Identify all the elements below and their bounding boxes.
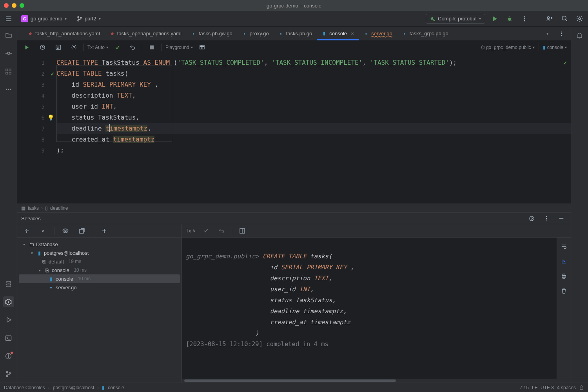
run-config-selector[interactable]: Compile protobuf ▾ [426, 14, 485, 24]
playground-selector[interactable]: Playground▾ [165, 45, 193, 50]
main-menu-icon[interactable] [3, 13, 14, 24]
tree-node-console-session[interactable]: ▾⎘console 10 ms [19, 266, 180, 274]
structure-tool-icon[interactable] [3, 66, 14, 77]
svg-point-37 [546, 216, 547, 217]
commit-tool-icon[interactable] [3, 48, 14, 59]
code-area[interactable]: CREATE TYPE TaskStatus AS ENUM ('TASK_ST… [56, 54, 571, 203]
svg-point-16 [6, 89, 7, 90]
encoding[interactable]: UTF-8 [541, 385, 554, 390]
tab-server-go[interactable]: ▪server.go [359, 27, 397, 40]
run-config-label: Compile protobuf [438, 16, 477, 22]
show-icon[interactable] [60, 225, 71, 236]
svg-rect-12 [6, 69, 8, 71]
problems-tool-icon[interactable] [3, 350, 14, 361]
output-layout-icon[interactable] [237, 225, 248, 236]
more-actions-icon[interactable] [519, 13, 530, 24]
tab-tasks-openapi-options[interactable]: ◆tasks_openapi_options.yaml [105, 27, 186, 40]
project-tool-icon[interactable] [3, 30, 14, 41]
indent[interactable]: 4 spaces [557, 385, 576, 390]
tree-node-postgres[interactable]: ▾▮postgres@localhost [19, 249, 180, 257]
hide-panel-icon[interactable] [556, 213, 567, 224]
search-icon[interactable] [559, 13, 570, 24]
scroll-to-end-icon[interactable] [559, 256, 570, 267]
vcs-tool-icon[interactable] [3, 368, 14, 379]
run-button[interactable] [489, 13, 500, 24]
tree-node-database[interactable]: ▾🗀Database [19, 240, 180, 249]
branch-selector[interactable]: part2 ▾ [74, 14, 104, 23]
tree-node-console[interactable]: ▮console 10 ms [19, 274, 180, 283]
output-scrollbar[interactable] [182, 379, 571, 383]
notifications-icon[interactable] [574, 30, 585, 41]
services-tool-icon[interactable] [3, 296, 14, 307]
commit-icon[interactable] [112, 42, 123, 53]
intention-bulb-icon[interactable]: 💡 [47, 114, 54, 121]
services-more-icon[interactable] [541, 213, 552, 224]
folder-icon: 🗀 [28, 241, 34, 247]
project-selector[interactable]: G go-grpc-demo ▾ [18, 14, 70, 24]
open-new-tab-icon[interactable] [76, 225, 87, 236]
debug-button[interactable] [504, 13, 515, 24]
output-rollback-icon[interactable] [216, 225, 227, 236]
terminal-tool-icon[interactable] [3, 332, 14, 343]
minimize-window[interactable] [12, 3, 16, 8]
output-commit-icon[interactable] [200, 225, 211, 236]
tab-tasks-pb-go[interactable]: ▪tasks.pb.go [274, 27, 317, 40]
console-selector[interactable]: ▮console▾ [543, 45, 567, 50]
close-result-icon[interactable]: × [38, 225, 49, 236]
tabs-more-icon[interactable] [556, 28, 567, 39]
tab-console[interactable]: ▮console× [317, 27, 359, 40]
status-crumb-3[interactable]: console [108, 385, 124, 390]
soft-wrap-icon[interactable] [559, 241, 570, 252]
run-line-check-icon[interactable]: ✔ [51, 71, 54, 77]
expand-icon[interactable] [21, 225, 32, 236]
configure-icon[interactable] [68, 42, 79, 53]
explain-plan-icon[interactable] [53, 42, 64, 53]
db-console-icon: ▮ [48, 276, 54, 282]
maximize-window[interactable] [20, 3, 24, 8]
db-console-icon: ▮ [321, 31, 327, 36]
tree-node-server-go[interactable]: ▪server.go [19, 283, 180, 292]
tab-tasks-pb-gw-go[interactable]: ▪tasks.pb.gw.go [186, 27, 237, 40]
code-with-me-icon[interactable] [544, 13, 555, 24]
crumb-column[interactable]: deadline [50, 205, 68, 211]
run-tool-icon[interactable] [3, 314, 14, 325]
output-toolbar: Tx↯ [182, 224, 571, 238]
sql-editor[interactable]: 1 2✔ 3 4 5 6💡 7 8 9 CREATE TYPE TaskStat… [17, 54, 571, 203]
tab-proxy-go[interactable]: ▪proxy.go [237, 27, 274, 40]
execute-sql-button[interactable] [21, 42, 32, 53]
cursor-position[interactable]: 7:15 [520, 385, 529, 390]
close-window[interactable] [4, 3, 9, 8]
add-icon[interactable] [99, 225, 110, 236]
rollback-icon[interactable] [127, 42, 138, 53]
status-crumb-2[interactable]: postgres@localhost [53, 385, 94, 390]
line-separator[interactable]: LF [532, 385, 537, 390]
tab-tasks-http-annotations[interactable]: ◆tasks_http_annotations.yaml [23, 27, 105, 40]
output-tx-icon[interactable]: Tx↯ [186, 228, 196, 234]
services-header: Services [17, 212, 571, 224]
services-target-icon[interactable] [526, 213, 537, 224]
execute-history-icon[interactable] [37, 42, 48, 53]
sql-output[interactable]: go_grpc_demo.public> CREATE TABLE tasks(… [182, 238, 557, 379]
print-icon[interactable] [559, 270, 570, 281]
tabs-dropdown-icon[interactable]: ▾ [542, 28, 553, 39]
close-tab-icon[interactable]: × [351, 31, 354, 37]
schema-selector[interactable]: ⌬go_grpc_demo.public▾ [481, 45, 535, 50]
crumb-table[interactable]: tasks [28, 205, 39, 211]
svg-point-6 [524, 20, 525, 21]
db-icon: ▮ [36, 250, 42, 256]
settings-icon[interactable] [574, 13, 585, 24]
svg-rect-33 [150, 45, 154, 49]
inspection-ok-icon[interactable]: ✔ [564, 57, 567, 68]
view-mode-icon[interactable] [197, 42, 208, 53]
tx-mode-selector[interactable]: Tx: Auto▾ [87, 45, 108, 50]
tree-node-default[interactable]: ⎘default 19 ms [19, 257, 180, 266]
clear-output-icon[interactable] [559, 285, 570, 296]
stop-icon[interactable] [146, 42, 157, 53]
more-tools-icon[interactable] [3, 84, 14, 95]
status-crumb-1[interactable]: Database Consoles [4, 385, 45, 390]
tab-tasks-grpc-pb-go[interactable]: ▪tasks_grpc.pb.go [397, 27, 453, 40]
database-tool-icon[interactable] [3, 278, 14, 289]
readonly-lock-icon[interactable] [579, 385, 584, 390]
svg-point-40 [65, 230, 66, 232]
services-tree[interactable]: ▾🗀Database ▾▮postgres@localhost ⎘default… [17, 238, 181, 383]
